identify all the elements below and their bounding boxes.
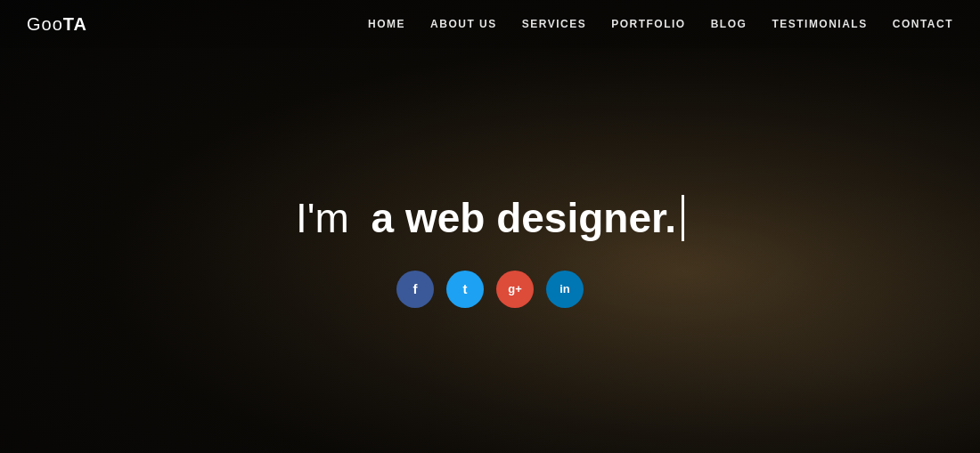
nav-services[interactable]: SERVICES: [522, 18, 586, 30]
googleplus-icon: g+: [508, 282, 522, 295]
linkedin-icon: in: [559, 282, 570, 295]
nav-blog[interactable]: BLOG: [711, 18, 747, 30]
hero-tagline-bold: a web designer.: [372, 194, 677, 242]
nav-home[interactable]: HOME: [368, 18, 405, 30]
hero-section: I'm a web designer. f t g+ in: [0, 48, 980, 453]
social-google-button[interactable]: g+: [496, 271, 534, 308]
site-header: GooTA HOME ABOUT US SERVICES PORTFOLIO B…: [0, 0, 980, 48]
twitter-icon: t: [463, 281, 468, 296]
logo-text-normal: Goo: [27, 14, 63, 34]
site-logo[interactable]: GooTA: [27, 14, 87, 35]
social-linkedin-button[interactable]: in: [546, 271, 584, 308]
social-icons-group: f t g+ in: [396, 271, 584, 308]
text-cursor: [682, 195, 684, 241]
hero-tagline: I'm a web designer.: [296, 194, 684, 242]
nav-contact[interactable]: CONTACT: [893, 18, 953, 30]
nav-portfolio[interactable]: PORTFOLIO: [611, 18, 686, 30]
nav-about[interactable]: ABOUT US: [430, 18, 497, 30]
nav-testimonials[interactable]: TESTIMONIALS: [772, 18, 867, 30]
social-facebook-button[interactable]: f: [396, 271, 434, 308]
main-nav: HOME ABOUT US SERVICES PORTFOLIO BLOG TE…: [368, 18, 953, 30]
social-twitter-button[interactable]: t: [446, 271, 484, 308]
facebook-icon: f: [413, 281, 418, 296]
hero-tagline-light: I'm: [296, 194, 349, 242]
logo-text-bold: TA: [63, 14, 87, 34]
